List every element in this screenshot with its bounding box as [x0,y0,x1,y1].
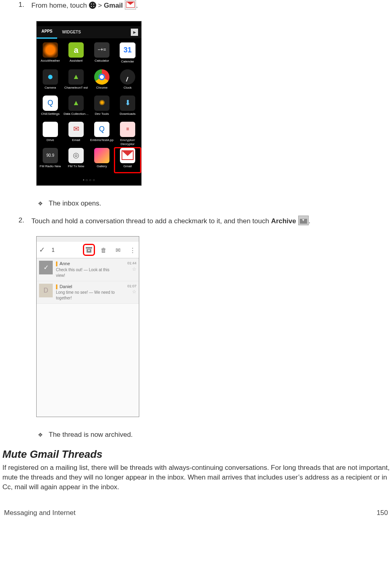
app-label: AccuWeather [41,59,60,67]
app-label: FM Tx New [68,164,85,172]
archive-icon [298,216,309,225]
app-icon: ⬇ [120,96,135,111]
app-label: Chrome [96,86,107,94]
footer-section: Messaging and Internet [4,508,76,518]
app-embmstesta-pp[interactable]: QEmbmsTestA pp [89,122,115,146]
flag-icon: ▌ [56,262,59,266]
selection-count: 1 [52,246,55,254]
app-label: Downloads [120,112,136,120]
page-indicator: • ○ ○ ○ [37,176,141,185]
app-gmail[interactable]: Gmail [115,148,140,172]
app-icon: ◎ [68,148,84,163]
svg-rect-0 [86,247,92,249]
app-label: Gallery [97,164,107,172]
app-gallery[interactable]: Gallery [89,148,115,172]
app-accuweather[interactable]: AccuWeather [37,42,63,68]
app-icon: ▲ [43,122,58,137]
play-store-icon[interactable] [131,29,138,36]
app-calculator[interactable]: −+=Calculator [89,42,115,68]
app-label: Data Collection… [64,112,89,120]
star-icon[interactable]: ☆ [122,289,136,295]
status-bar [37,237,139,242]
step-after: . [136,2,138,9]
app-label: Encryptor/ Decryptor [115,138,140,146]
step-1: 1. From home, touch > Gmail . [31,0,390,10]
section-body: If registered on a mailing list, there w… [2,463,390,492]
app-email[interactable]: ✉Email [63,122,89,146]
app-fm-radio-new[interactable]: 90.9FM Radio New [37,148,63,172]
page-number: 150 [377,508,388,518]
bold-gmail: Gmail [104,2,123,9]
mail-button[interactable]: ✉ [114,246,122,254]
app-label: CNESettings [41,112,60,120]
app-icon [120,148,135,163]
list-number: 1. [19,0,24,10]
app-downloads[interactable]: ⬇Downloads [115,96,140,120]
app-fm-tx-new[interactable]: ◎FM Tx New [63,148,89,172]
delete-button[interactable]: 🗑 [99,246,107,254]
star-icon[interactable]: ☆ [122,266,136,273]
app-assistant[interactable]: aAssistant [63,42,89,68]
app-icon: Q [94,122,109,137]
bold-archive: Archive [271,217,296,225]
avatar: D [39,284,53,297]
gmail-icon [125,0,136,10]
step-after: . [309,217,311,225]
done-icon[interactable]: ✓ [39,245,45,255]
app-label: Email [72,138,80,146]
app-drive[interactable]: ▲Drive [37,122,63,146]
app-icon: −+= [94,42,109,58]
tab-widgets[interactable]: WIDGETS [57,26,86,38]
app-label: Drive [47,138,54,146]
time: 01:44 [122,261,136,266]
app-chameleont-est[interactable]: ▲ChameleonT est [63,69,89,94]
app-label: FM Radio New [40,164,61,172]
step-text: From home, touch [31,2,89,9]
app-camera[interactable]: Camera [37,69,63,94]
app-label: Dev Tools [95,112,109,120]
preview: Check this out! — Look at this view! [56,267,119,278]
list-number: 2. [19,216,24,225]
bullet-inbox-opens: The inbox opens. [38,199,390,208]
app-icon [43,69,58,85]
app-icon: ▲ [68,96,84,111]
app-label: Assistant [70,59,83,67]
app-icon: ≡ [120,122,135,137]
app-icon: Q [43,96,58,111]
app-label: Calculator [95,59,109,67]
app-icon [43,42,58,58]
section-heading: Mute Gmail Threads [2,447,390,461]
app-label: Calendar [121,60,134,68]
step-sep: > [96,2,104,9]
app-icon: ▲ [68,69,84,85]
app-icon [94,69,109,85]
conversation-row[interactable]: ✓▌AnneCheck this out! — Look at this vie… [37,258,139,281]
overflow-button[interactable]: ⋮ [128,246,136,254]
app-clock[interactable]: Clock [115,69,140,94]
tab-apps[interactable]: APPS [37,25,57,39]
preview: Long time no see! — We need to together! [56,290,119,301]
app-chrome[interactable]: Chrome [89,69,115,94]
app-encryptor-decryptor[interactable]: ≡Encryptor/ Decryptor [115,122,140,146]
conversation-row[interactable]: D▌DanielLong time no see! — We need to t… [37,281,139,304]
bullet-thread-archived: The thread is now archived. [38,430,390,440]
app-icon: a [68,42,84,58]
app-label: Gmail [124,164,132,172]
app-icon: 31 [120,42,136,58]
app-icon [94,148,109,163]
app-icon: 90.9 [43,148,58,163]
app-dev-tools[interactable]: ✺Dev Tools [89,96,115,120]
time: 01:07 [122,284,136,289]
app-icon: ✺ [94,96,109,111]
sender: Anne [60,261,70,266]
step-text: Touch and hold a conversation thread to … [31,217,271,225]
app-data-collection-[interactable]: ▲Data Collection… [63,96,89,120]
app-label: Camera [45,86,56,94]
app-label: Clock [124,86,132,94]
archive-button[interactable] [85,246,93,254]
app-calendar[interactable]: 31Calendar [115,42,140,68]
flag-icon: ▌ [56,284,59,289]
app-label: EmbmsTestA pp [90,138,113,146]
app-cnesettings[interactable]: QCNESettings [37,96,63,120]
app-icon: ✉ [68,122,84,137]
